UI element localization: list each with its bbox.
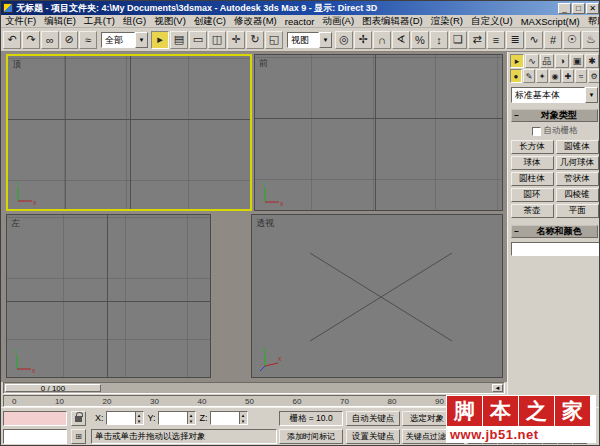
- menu-animation[interactable]: 动画(A): [318, 15, 358, 28]
- cat-geometry-icon[interactable]: ●: [510, 69, 522, 83]
- bind-spacewarp-icon[interactable]: ≈: [79, 31, 97, 49]
- use-center-icon[interactable]: ◎: [335, 31, 353, 49]
- menu-tools[interactable]: 工具(T): [80, 15, 119, 28]
- coord-y-field[interactable]: ▴▾: [158, 411, 196, 425]
- chevron-down-icon[interactable]: ▼: [135, 32, 148, 48]
- schematic-view-icon[interactable]: #: [544, 31, 562, 49]
- button-plane[interactable]: 平面: [556, 204, 599, 218]
- coord-x-field[interactable]: ▴▾: [106, 411, 144, 425]
- add-time-tag-button[interactable]: 添加时间标记: [279, 429, 343, 444]
- menu-group[interactable]: 组(G): [119, 15, 150, 28]
- object-name-input[interactable]: [511, 242, 600, 256]
- menu-create[interactable]: 创建(C): [190, 15, 230, 28]
- reference-coordinate-dropdown[interactable]: 视图 ▼: [287, 32, 332, 48]
- cat-systems-icon[interactable]: ⚙: [588, 69, 600, 83]
- cat-shapes-icon[interactable]: ✎: [523, 69, 535, 83]
- layer-manager-icon[interactable]: ≣: [506, 31, 524, 49]
- button-teapot[interactable]: 茶壶: [511, 204, 554, 218]
- menu-views[interactable]: 视图(V): [150, 15, 190, 28]
- button-cone[interactable]: 圆锥体: [556, 140, 599, 154]
- collapse-icon[interactable]: −: [512, 227, 521, 236]
- select-move-icon[interactable]: ✛: [227, 31, 245, 49]
- close-button[interactable]: ✕: [586, 3, 599, 14]
- track-bar[interactable]: 0102030405060708090100: [3, 395, 505, 407]
- tab-modify-icon[interactable]: ∿: [525, 54, 539, 68]
- redo-icon[interactable]: ↷: [22, 31, 40, 49]
- select-scale-icon[interactable]: ◱: [265, 31, 283, 49]
- viewport-perspective[interactable]: 透视 ZX: [251, 214, 503, 378]
- maximize-button[interactable]: □: [572, 3, 585, 14]
- selection-region-icon[interactable]: ▭: [189, 31, 207, 49]
- viewport-top-label[interactable]: 顶: [12, 58, 21, 71]
- tab-motion-icon[interactable]: ◑: [555, 54, 569, 68]
- rollout-name-color[interactable]: − 名称和颜色: [511, 225, 598, 238]
- time-slider-arrow-button[interactable]: ◄: [492, 384, 503, 392]
- undo-icon[interactable]: ↶: [3, 31, 21, 49]
- tab-hierarchy-icon[interactable]: 品: [540, 54, 554, 68]
- button-tube[interactable]: 管状体: [556, 172, 599, 186]
- select-by-name-icon[interactable]: ▤: [170, 31, 188, 49]
- button-torus[interactable]: 圆环: [511, 188, 554, 202]
- coord-z-field[interactable]: ▴▾: [210, 411, 248, 425]
- spinner-icon[interactable]: ▴▾: [135, 412, 143, 424]
- maxscript-listener-field[interactable]: [3, 429, 67, 444]
- viewport-front[interactable]: 前 YX: [254, 54, 503, 211]
- button-geosphere[interactable]: 几何球体: [556, 156, 599, 170]
- button-pyramid[interactable]: 四棱锥: [556, 188, 599, 202]
- cat-spacewarps-icon[interactable]: ≈: [575, 69, 587, 83]
- button-cylinder[interactable]: 圆柱体: [511, 172, 554, 186]
- select-object-icon[interactable]: ▸: [151, 31, 169, 49]
- select-manipulate-icon[interactable]: ✢: [354, 31, 372, 49]
- tab-utilities-icon[interactable]: ✱: [585, 54, 599, 68]
- absolute-mode-button[interactable]: ⊞: [71, 429, 86, 444]
- material-editor-icon[interactable]: ☉: [563, 31, 581, 49]
- menu-maxscript[interactable]: MAXScript(M): [517, 16, 584, 27]
- auto-key-button[interactable]: 自动关键点: [346, 411, 400, 426]
- spinner-snap-icon[interactable]: ↕: [430, 31, 448, 49]
- unlink-icon[interactable]: ⊘: [60, 31, 78, 49]
- viewport-perspective-label[interactable]: 透视: [256, 217, 274, 230]
- menu-file[interactable]: 文件(F): [1, 15, 40, 28]
- spinner-icon[interactable]: ▴▾: [187, 412, 195, 424]
- tab-create-icon[interactable]: ▸: [510, 54, 524, 68]
- selection-filter-dropdown[interactable]: 全部 ▼: [101, 32, 148, 48]
- collapse-icon[interactable]: −: [512, 111, 521, 120]
- named-sets-icon[interactable]: ❏: [449, 31, 467, 49]
- time-slider-handle[interactable]: 0 / 100: [5, 384, 101, 392]
- window-crossing-icon[interactable]: ◫: [208, 31, 226, 49]
- minimize-button[interactable]: _: [558, 3, 571, 14]
- cat-cameras-icon[interactable]: ◉: [549, 69, 561, 83]
- spinner-icon[interactable]: ▴▾: [239, 412, 247, 424]
- viewport-left-label[interactable]: 左: [11, 217, 20, 230]
- primitive-category-dropdown[interactable]: 标准基本体 ▼: [511, 87, 598, 103]
- macro-recorder-field[interactable]: [3, 411, 67, 426]
- viewport-front-label[interactable]: 前: [259, 57, 268, 70]
- rollout-object-type[interactable]: − 对象类型: [511, 109, 598, 122]
- autogrid-checkbox[interactable]: [532, 127, 541, 136]
- chevron-down-icon[interactable]: ▼: [319, 32, 332, 48]
- viewport-left[interactable]: 左 YX: [6, 214, 211, 378]
- chevron-down-icon[interactable]: ▼: [585, 87, 598, 103]
- menu-edit[interactable]: 编辑(E): [40, 15, 80, 28]
- viewport-top[interactable]: 顶 YX: [6, 54, 252, 211]
- menu-help[interactable]: 帮助(H): [584, 15, 600, 28]
- button-sphere[interactable]: 球体: [511, 156, 554, 170]
- tab-display-icon[interactable]: ▣: [570, 54, 584, 68]
- menu-reactor[interactable]: reactor: [281, 16, 319, 27]
- cat-helpers-icon[interactable]: ✚: [562, 69, 574, 83]
- link-icon[interactable]: ∞: [41, 31, 59, 49]
- selection-lock-button[interactable]: [71, 411, 86, 426]
- menu-graph-editors[interactable]: 图表编辑器(D): [358, 15, 427, 28]
- snap-toggle-icon[interactable]: ∩: [373, 31, 391, 49]
- render-setup-icon[interactable]: ♨: [582, 31, 600, 49]
- select-rotate-icon[interactable]: ↻: [246, 31, 264, 49]
- button-box[interactable]: 长方体: [511, 140, 554, 154]
- cat-lights-icon[interactable]: ✦: [536, 69, 548, 83]
- angle-snap-icon[interactable]: ∢: [392, 31, 410, 49]
- mirror-icon[interactable]: ⇄: [468, 31, 486, 49]
- percent-snap-icon[interactable]: %: [411, 31, 429, 49]
- align-icon[interactable]: ≡: [487, 31, 505, 49]
- curve-editor-icon[interactable]: ∿: [525, 31, 543, 49]
- selected-mode-dropdown[interactable]: 选定对象: [402, 411, 452, 426]
- menu-rendering[interactable]: 渲染(R): [427, 15, 467, 28]
